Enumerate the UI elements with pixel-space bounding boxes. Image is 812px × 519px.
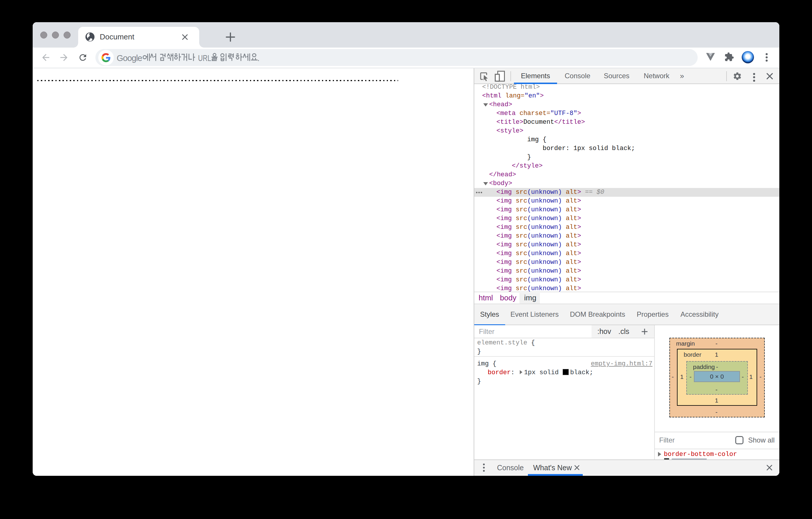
svg-text:.: .	[257, 53, 260, 63]
svg-text:Google: Google	[117, 53, 142, 63]
svg-text:URL: URL	[198, 53, 211, 63]
